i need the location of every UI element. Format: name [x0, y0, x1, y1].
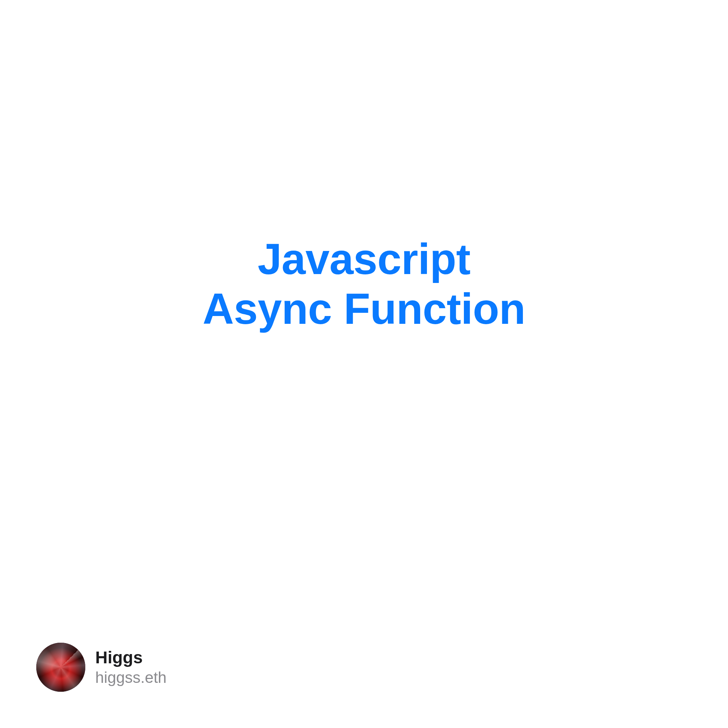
avatar — [36, 643, 85, 692]
author-handle: higgss.eth — [95, 668, 167, 687]
author-section: Higgs higgss.eth — [36, 643, 167, 692]
title-line-1: Javascript — [203, 234, 525, 284]
slide-title: Javascript Async Function — [203, 234, 525, 334]
author-name: Higgs — [95, 647, 167, 668]
title-line-2: Async Function — [203, 284, 525, 334]
author-text: Higgs higgss.eth — [95, 647, 167, 687]
